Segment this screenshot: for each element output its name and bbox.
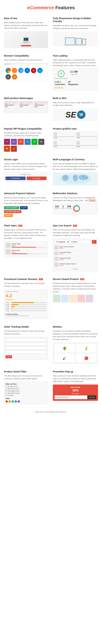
google-login-button[interactable]: G Google+ [27, 176, 47, 180]
svg-point-7 [86, 178, 87, 178]
product-page-1-header [4, 102, 18, 103]
price-checkbox-2[interactable] [5, 388, 7, 390]
product-card-line-3 [54, 145, 74, 146]
flash-progress-bar-1 [11, 247, 36, 248]
seo-letters: SE [65, 110, 76, 119]
bbpress-plugin-icon: bb [38, 139, 44, 145]
color-swatch-green[interactable] [11, 400, 14, 403]
rating-bar-fill-3 [11, 306, 15, 307]
line-2 [8, 104, 18, 104]
flash-name-1: Flashy Traffic [11, 243, 47, 245]
color-swatch-purple[interactable] [18, 400, 20, 403]
order-tracking-title: Order Tracking Details [4, 325, 48, 328]
contact-plugin-icon: CF [18, 139, 24, 145]
ease-of-use-title: Ease of Use [4, 17, 48, 20]
wishlist-item-1: 🪴 [54, 344, 75, 353]
browser-dot-3 [8, 64, 9, 64]
color-swatch-orange[interactable] [8, 400, 11, 403]
wishlist-mock: 🪴 💡 🎸 🎒 [53, 342, 98, 364]
pingdom-stats: 1.23 s Load time 87 Requests [55, 80, 96, 86]
price-checkbox-3[interactable] [5, 390, 7, 392]
rating-bar-fill-2 [11, 308, 12, 309]
search-category-select[interactable]: All Categories [54, 240, 70, 244]
facebook-login-button[interactable]: f Facebook [5, 176, 26, 180]
svg-point-3 [78, 175, 89, 180]
color-swatch-blue[interactable] [14, 400, 17, 403]
product-grid-mock: $29.99 $49.99 $19.99 $39.99 [53, 132, 98, 149]
price-checkbox-4[interactable] [5, 392, 7, 394]
product-page-3-header [34, 102, 48, 103]
line-3 [8, 105, 14, 106]
promo-subscribe-button[interactable]: Subscribe [88, 396, 96, 399]
product-card-img-3 [54, 141, 57, 145]
view-all-link[interactable]: View All [54, 268, 97, 270]
smart-filter-title: Product Smart Filter [4, 370, 48, 373]
search-result-info-4: Premium Papas Abracus $60.00 [59, 263, 97, 266]
multi-lang-desc: If your site has multiple versions for d… [53, 162, 98, 171]
on-sale-checkbox[interactable] [5, 394, 7, 396]
review-text-1: For Garden Nesting Illumination Lamp... [5, 315, 47, 316]
reviews-title: Functional Customer Reviews HOT [4, 278, 48, 281]
flash-sales-title: Flash Sales HOT [4, 224, 48, 227]
bitcoin-badge: ₿ Bitcoin [4, 214, 13, 217]
search-button[interactable]: 🔍 [92, 240, 97, 244]
feature-built-in-seo: Built in SEO Help your business to have … [51, 94, 100, 124]
recent-item-4 [77, 295, 85, 302]
product-card-2: $49.99 [76, 132, 98, 140]
chrome-icon [5, 68, 11, 73]
order-input-3[interactable] [5, 346, 47, 350]
seo-desc: Help your business to have a high rating… [53, 101, 98, 107]
rating-bar-5: 5 star [5, 302, 47, 304]
browser-mock-frame: yoursite.c... S e O e @ ☁ [4, 63, 48, 81]
search-input[interactable] [70, 240, 91, 244]
flash-progress-bar-2 [11, 254, 27, 254]
price-checkbox-1[interactable] [5, 386, 7, 388]
multivendor-desc: Convert your WooCommerce Store to a Mult… [53, 196, 98, 202]
responsive-desc: Regardless of device size, your site sho… [53, 24, 98, 30]
promo-popup-mock: want to get 30% off coupon? Subscribe [53, 384, 98, 401]
google-btn-label: Google+ [34, 178, 41, 179]
price-range-4: $200-$500.00 (0) [5, 392, 47, 394]
paypal-badge: PayPal [20, 206, 28, 209]
multi-product-pages [4, 101, 48, 113]
order-input-1[interactable] [5, 338, 47, 342]
order-input-2[interactable] [5, 342, 47, 346]
reviews-desc: This part will let the customers read, r… [4, 282, 48, 288]
ecommerce-italic: eCommerce [27, 5, 54, 10]
promo-email-input[interactable] [54, 396, 87, 399]
page-footer: and much more awesome features. [0, 407, 102, 416]
review-item-1: Customer Review For Garden Nesting Illum… [5, 312, 47, 318]
order-tracking-mock: Next [4, 337, 48, 360]
browser-compat-desc: Uma is properly rendered in all major Br… [4, 58, 48, 62]
wishlist-item-2: 💡 [76, 344, 97, 353]
product-card-price-1: $29.99 [54, 137, 74, 138]
product-page-1-body [4, 103, 18, 108]
search-result-name-2: Long Sofa Papas [59, 252, 97, 253]
mv-earnings-num: $48 [67, 205, 72, 208]
payment-title: Advanced Payment Options [4, 192, 48, 195]
order-form-row-2 [5, 342, 47, 346]
ajax-search-mock: All Categories 🔍 Eyan Lorem Furniture $5… [53, 238, 98, 272]
feature-order-tracking: Order Tracking Details This part will le… [2, 322, 51, 367]
safari-icon: S [18, 68, 24, 73]
svg-point-6 [83, 176, 84, 177]
feature-promo-popup: Promotion Pop-up Pop-up ads are a form o… [51, 367, 100, 407]
multi-lang-title: Multi-Languages & Currency [53, 158, 98, 161]
order-input-4[interactable] [5, 350, 47, 354]
rating-bar-3: 3 star [5, 306, 47, 308]
mv-products-label: Products [54, 208, 60, 209]
reviews-hot-badge: HOT [39, 278, 43, 280]
flash-price-2: $59.00 [11, 252, 47, 253]
order-form-row-1 [5, 338, 47, 342]
line-9 [38, 105, 44, 106]
flash-sales-mock: Flashy Traffic $89.00 Sports Chair $59.0… [4, 241, 48, 257]
color-swatch-red[interactable] [5, 400, 8, 403]
flash-name-2: Sports Chair [11, 250, 47, 251]
payment-desc: Advanced payment options are a must-have… [4, 196, 48, 205]
flash-sales-desc: A flash sale is a discount or promotion … [4, 228, 48, 240]
product-card-price-3: $19.99 [54, 146, 74, 147]
flash-img-2 [5, 249, 10, 254]
order-next-button[interactable]: Next [5, 355, 12, 358]
world-map [53, 172, 98, 186]
world-map-svg [59, 173, 92, 185]
